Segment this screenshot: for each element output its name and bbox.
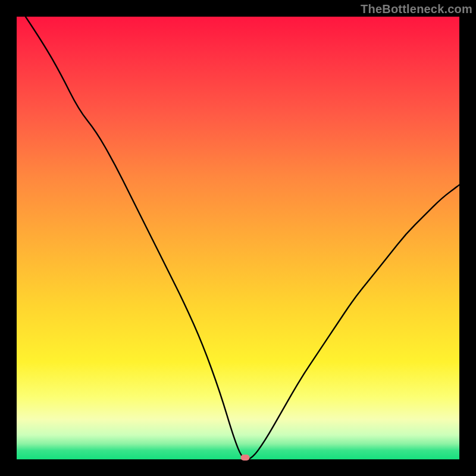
chart-frame: TheBottleneck.com bbox=[0, 0, 476, 476]
bottleneck-curve bbox=[17, 17, 459, 459]
watermark-text: TheBottleneck.com bbox=[361, 2, 472, 16]
plot-area bbox=[17, 17, 459, 459]
optimum-marker bbox=[240, 455, 249, 461]
